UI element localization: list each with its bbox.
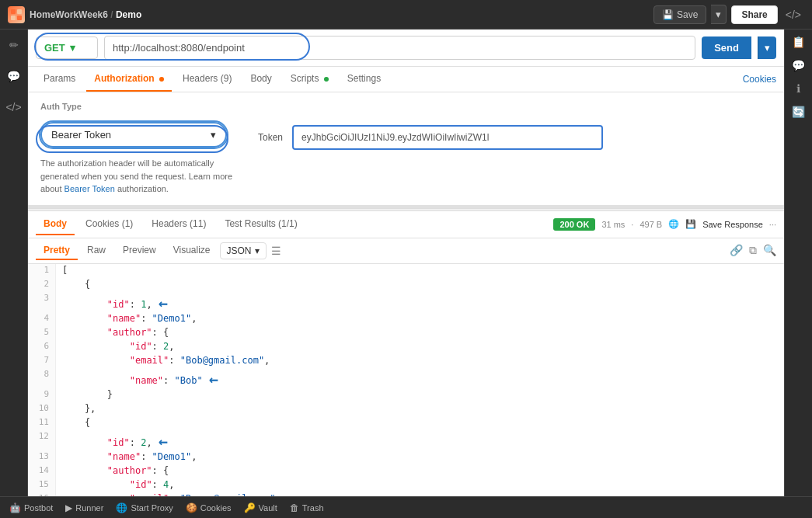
line-content-8: "name": "Bob"← (56, 368, 784, 388)
line-number-6: 6 (28, 340, 56, 354)
preview-button[interactable]: Preview (115, 242, 164, 260)
line-number-3: 3 (28, 292, 56, 312)
bearer-token-link[interactable]: Bearer Token (64, 184, 115, 193)
start-proxy-button[interactable]: 🌐 Start Proxy (116, 502, 173, 513)
url-input[interactable] (104, 36, 695, 60)
raw-button[interactable]: Raw (79, 242, 113, 260)
code-line-8: 8 "name": "Bob"← (28, 368, 784, 388)
response-time: 31 ms (601, 220, 625, 229)
save-dropdown-button[interactable]: ▾ (711, 5, 727, 24)
save-response-label[interactable]: Save Response (702, 220, 763, 229)
code-line-3: 3 "id": 1,← (28, 292, 784, 312)
line-content-2: { (56, 278, 784, 292)
code-line-14: 14 "author": { (28, 464, 784, 478)
response-tab-test-results[interactable]: Test Results (1/1) (217, 214, 305, 235)
code-line-7: 7 "email": "Bob@gmail.com", (28, 354, 784, 368)
trash-button[interactable]: 🗑 Trash (290, 502, 324, 513)
line-number-7: 7 (28, 354, 56, 368)
auth-type-select[interactable]: Bearer Token ▾ (40, 122, 227, 148)
share-button[interactable]: Share (731, 5, 777, 24)
postbot-button[interactable]: 🤖 Postbot (9, 502, 53, 513)
line-number-15: 15 (28, 478, 56, 492)
left-sidebar: ✏ 💬 </> (0, 30, 28, 496)
line-number-9: 9 (28, 388, 56, 402)
pretty-button[interactable]: Pretty (36, 242, 78, 260)
arrow-annotation-line-3: ← (159, 294, 168, 312)
line-number-4: 4 (28, 312, 56, 326)
postbot-icon: 🤖 (9, 502, 21, 513)
save-response-icon: 💾 (685, 219, 696, 229)
code-line-13: 13 "name": "Demo1", (28, 450, 784, 464)
line-content-4: "name": "Demo1", (56, 312, 784, 326)
response-tabs: Body Cookies (1) Headers (11) Test Resul… (28, 211, 784, 238)
link-icon[interactable]: 🔗 (730, 244, 743, 257)
cookies-icon: 🍪 (186, 502, 197, 513)
sidebar-icon-code[interactable]: </> (2, 98, 24, 116)
svg-rect-3 (17, 16, 22, 20)
code-line-10: 10 }, (28, 402, 784, 416)
svg-rect-1 (17, 9, 22, 14)
line-content-9: } (56, 388, 784, 402)
method-select[interactable]: GET ▾ (36, 37, 98, 59)
response-toolbar: Pretty Raw Preview Visualize JSON ▾ ☰ 🔗 … (28, 238, 784, 264)
response-size: 497 B (639, 220, 662, 229)
right-sidebar-icon-4[interactable]: 🔄 (792, 106, 805, 118)
response-tab-cookies[interactable]: Cookies (1) (78, 214, 141, 235)
tab-cookies[interactable]: Cookies (743, 74, 776, 85)
search-icon[interactable]: 🔍 (763, 244, 776, 257)
method-chevron-icon: ▾ (70, 42, 75, 54)
format-select[interactable]: JSON ▾ (220, 242, 267, 259)
code-line-1: 1[ (28, 264, 784, 278)
tab-scripts[interactable]: Scripts (283, 67, 336, 92)
code-icon[interactable]: </> (782, 7, 804, 23)
code-line-5: 5 "author": { (28, 326, 784, 340)
response-tab-headers[interactable]: Headers (11) (144, 214, 214, 235)
runner-button[interactable]: ▶ Runner (65, 502, 103, 513)
sidebar-icon-chat[interactable]: 💬 (4, 67, 23, 85)
authorization-dot (159, 77, 164, 82)
line-number-5: 5 (28, 326, 56, 340)
code-line-12: 12 "id": 2,← (28, 430, 784, 450)
line-number-8: 8 (28, 368, 56, 388)
filter-icon[interactable]: ☰ (271, 245, 281, 257)
status-dot: · (631, 220, 633, 229)
line-content-15: "id": 4, (56, 478, 784, 492)
right-sidebar-icon-2[interactable]: 💬 (792, 59, 805, 71)
format-chevron-icon: ▾ (255, 245, 260, 256)
line-number-2: 2 (28, 278, 56, 292)
line-content-10: }, (56, 402, 784, 416)
line-number-14: 14 (28, 464, 56, 478)
right-sidebar-icon-3[interactable]: ℹ (796, 82, 800, 95)
save-button[interactable]: 💾 Save (653, 5, 706, 24)
url-bar: GET ▾ Send ▾ (28, 30, 784, 67)
tab-headers[interactable]: Headers (9) (175, 67, 239, 92)
line-number-12: 12 (28, 430, 56, 450)
line-content-1: [ (56, 264, 784, 278)
auth-section: Auth Type Bearer Token ▾ The authorizati… (28, 92, 784, 206)
tab-settings[interactable]: Settings (340, 67, 389, 92)
copy-icon[interactable]: ⧉ (749, 244, 757, 257)
send-dropdown-button[interactable]: ▾ (758, 37, 776, 59)
visualize-button[interactable]: Visualize (166, 242, 218, 260)
arrow-annotation-line-8: ← (209, 370, 218, 388)
right-sidebar-icon-1[interactable]: 📋 (792, 36, 805, 48)
token-input[interactable] (292, 125, 603, 150)
vault-button[interactable]: 🔑 Vault (244, 502, 277, 513)
right-sidebar: 📋 💬 ℹ 🔄 (784, 30, 812, 496)
tab-authorization[interactable]: Authorization (86, 67, 172, 92)
line-content-14: "author": { (56, 464, 784, 478)
auth-type-value: Bearer Token (51, 129, 111, 141)
response-tab-body[interactable]: Body (36, 214, 75, 235)
auth-chevron-icon: ▾ (211, 129, 216, 141)
tab-body[interactable]: Body (242, 67, 279, 92)
trash-icon: 🗑 (290, 502, 299, 513)
svg-rect-2 (11, 16, 16, 20)
tab-params[interactable]: Params (36, 67, 83, 92)
code-line-2: 2 { (28, 278, 784, 292)
sidebar-icon-edit[interactable]: ✏ (6, 36, 22, 54)
method-label: GET (44, 42, 65, 54)
cookies-button[interactable]: 🍪 Cookies (186, 502, 232, 513)
lower-panel: Body Cookies (1) Headers (11) Test Resul… (28, 211, 784, 497)
more-icon[interactable]: ··· (769, 220, 776, 229)
send-button[interactable]: Send (702, 37, 751, 59)
